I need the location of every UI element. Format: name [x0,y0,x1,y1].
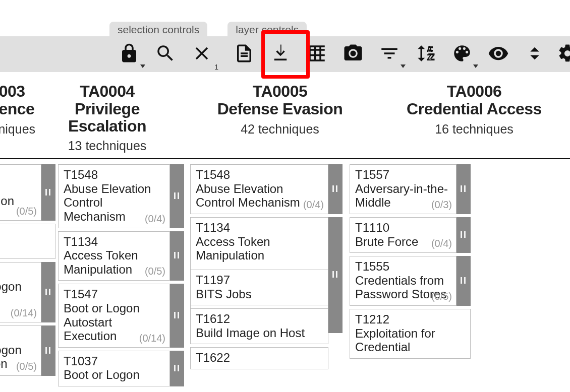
technique-card[interactable]: T1548 Abuse Elevation Control Mechanism … [190,164,328,214]
expand-handle[interactable]: II [170,351,184,386]
technique-card[interactable]: Logon tion (0/5) [0,325,41,376]
sort-button[interactable]: AZ [408,37,444,72]
technique-subcount: (0/3) [431,199,452,211]
selection-controls-group: 1 [111,36,220,72]
column-header-ta0005[interactable]: TA0005 Defense Evasion 42 techniques [179,72,381,158]
column-ta0005: T1548 Abuse Elevation Control Mechanism … [190,164,343,386]
technique-card[interactable]: T1197 BITS Jobs [190,270,328,305]
expand-button[interactable] [517,37,553,72]
technique-id: T1110 [355,221,451,235]
layer-controls-group: AZ [226,36,570,72]
gear-icon [553,43,570,66]
expand-handle[interactable]: II [41,164,55,221]
technique-subcount: (0/4) [303,199,324,211]
expand-bars-icon: II [174,310,181,321]
technique-subcount: (0/5) [16,361,37,372]
visibility-button[interactable] [480,37,517,72]
expand-handle[interactable]: II [41,262,55,322]
technique-card[interactable]: T1212 Exploitation for Credential [350,309,471,359]
file-icon [234,43,255,66]
tactic-count: 16 techniques [386,122,562,137]
expand-handle[interactable]: II [457,217,471,253]
column-header-ta0003[interactable]: 0003 stence chniques [0,72,35,158]
chevron-down-icon [401,64,406,68]
tactic-count: 13 techniques [40,139,174,153]
technique-card[interactable]: T1037 Boot or Logon [58,351,170,386]
technique-card[interactable]: Logon t n (0/14) [0,262,41,322]
column-ta0006: T1557 Adversary-in-the-Middle (0/3) II T… [350,164,471,386]
expand-handle[interactable]: II [328,217,343,333]
tab-layer-controls[interactable]: layer controls [227,22,307,37]
tactic-name: Credential Access [386,101,562,118]
technique-subcount: (0/5) [145,266,165,277]
expand-handle[interactable]: II [457,256,471,306]
technique-card[interactable]: T1622 [190,347,328,369]
expand-handle[interactable]: II [170,231,184,281]
technique-subcount: (0/4) [431,238,452,249]
expand-icon [524,43,545,66]
tactic-id: TA0006 [386,82,562,101]
technique-subcount: (0/14) [139,333,165,344]
tactic-name: Privilege Escalation [40,101,174,135]
technique-card[interactable]: s [0,224,55,259]
technique-id: T1212 [355,312,465,326]
technique-id: T1548 [64,168,164,182]
layer-info-button[interactable] [226,37,262,72]
technique-name: s [0,237,50,251]
filter-button[interactable] [371,37,408,72]
expand-bars-icon: II [460,230,467,240]
technique-id: T1037 [64,354,164,368]
technique-subcount: (0/5) [431,291,452,302]
technique-id: T1555 [355,259,451,274]
expand-bars-icon: II [45,346,52,356]
column-header-ta0006[interactable]: TA0006 Credential Access 16 techniques [381,72,567,158]
expand-handle[interactable]: II [41,325,55,376]
column-header-ta0004[interactable]: TA0004 Privilege Escalation 13 technique… [35,72,179,158]
technique-id: T1622 [196,351,323,365]
technique-id: T1134 [64,235,164,249]
search-icon [155,43,176,66]
technique-name: Boot or Logon [64,368,164,382]
search-button[interactable] [147,37,184,72]
expand-bars-icon: II [45,287,52,298]
tab-selection-controls[interactable]: selection controls [109,22,207,37]
technique-card[interactable]: T1110 Brute Force (0/4) [350,217,457,253]
chevron-down-icon [140,64,145,68]
technique-name: Access Token Manipulation [196,235,323,263]
svg-text:A: A [427,44,432,53]
technique-id: T1548 [196,168,323,182]
technique-card[interactable]: ation (0/5) [0,164,41,221]
matrix-config-button[interactable] [299,37,335,72]
expand-handle[interactable]: II [457,164,471,214]
technique-card[interactable]: T1555 Credentials from Password Stores (… [350,256,457,306]
technique-subcount: (0/5) [16,206,37,217]
lock-icon [119,43,140,66]
camera-icon [343,43,364,66]
eye-icon [488,43,509,66]
download-icon [270,43,291,66]
badge-count: 1 [214,63,218,71]
color-button[interactable] [444,37,480,72]
technique-card[interactable]: T1547 Boot or Logon Autostart Execution … [58,284,170,347]
svg-text:Z: Z [427,53,432,62]
technique-name: Exploitation for Credential [355,326,465,354]
tactic-id: TA0004 [40,82,174,101]
close-icon [191,43,212,66]
palette-icon [451,43,473,66]
deselect-button[interactable]: 1 [184,37,220,72]
expand-bars-icon: II [174,191,181,202]
technique-card[interactable]: T1612 Build Image on Host [190,308,328,344]
lock-button[interactable] [111,37,147,72]
technique-card[interactable]: T1548 Abuse Elevation Control Mechanism … [58,164,170,228]
technique-card[interactable]: T1134 Access Token Manipulation (0/5) [58,231,170,281]
camera-button[interactable] [335,37,371,72]
expand-bars-icon: II [460,276,467,286]
download-button[interactable] [262,37,299,72]
expand-handle[interactable]: II [170,164,184,228]
settings-button[interactable] [553,37,570,72]
expand-handle[interactable]: II [328,164,343,214]
technique-card[interactable]: T1557 Adversary-in-the-Middle (0/3) [350,164,457,214]
technique-subcount: (0/4) [145,213,165,225]
column-ta0003: ation (0/5) II s Logon t n (0/14) II [0,164,55,386]
expand-handle[interactable]: II [170,284,184,347]
